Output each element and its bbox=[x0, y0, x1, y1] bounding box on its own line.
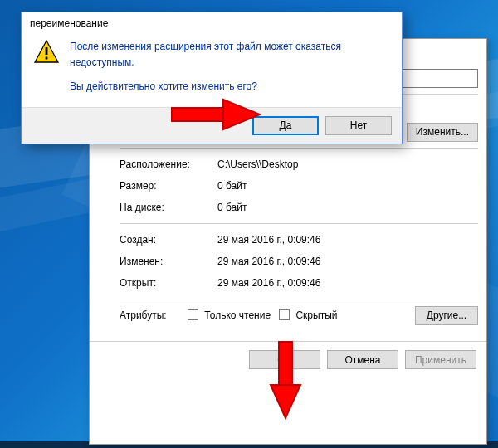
rename-confirm-dialog: переименование После изменения расширени… bbox=[21, 12, 403, 144]
size-value: 0 байт bbox=[217, 180, 478, 192]
location-label: Расположение: bbox=[120, 158, 217, 170]
hidden-checkbox[interactable]: Скрытый bbox=[279, 309, 337, 321]
divider bbox=[120, 223, 478, 224]
size-on-disk-value: 0 байт bbox=[217, 202, 478, 213]
cancel-button[interactable]: Отмена bbox=[327, 350, 398, 369]
divider bbox=[120, 148, 478, 149]
attributes-label: Атрибуты: bbox=[120, 309, 188, 321]
created-label: Создан: bbox=[120, 234, 217, 246]
dialog-message-1: После изменения расширения этот файл мож… bbox=[70, 39, 390, 71]
dialog-footer: OK Отмена Применить bbox=[90, 341, 486, 379]
opened-label: Открыт: bbox=[120, 277, 217, 289]
yes-button[interactable]: Да bbox=[252, 116, 319, 135]
size-label: Размер: bbox=[120, 180, 217, 192]
hidden-checkbox-label: Скрытый bbox=[295, 309, 337, 321]
modified-value: 29 мая 2016 г., 0:09:46 bbox=[217, 256, 478, 267]
readonly-checkbox[interactable]: Только чтение bbox=[188, 309, 271, 321]
dialog-title[interactable]: переименование bbox=[22, 12, 402, 34]
checkbox-icon bbox=[188, 309, 198, 320]
svg-rect-2 bbox=[46, 57, 48, 60]
size-on-disk-label: На диске: bbox=[120, 202, 217, 213]
checkbox-icon bbox=[279, 309, 290, 320]
other-attributes-button[interactable]: Другие... bbox=[415, 306, 478, 325]
readonly-checkbox-label: Только чтение bbox=[204, 309, 271, 321]
ok-button[interactable]: OK bbox=[249, 350, 320, 369]
location-value: C:\Users\\Desktop bbox=[217, 158, 478, 170]
created-value: 29 мая 2016 г., 0:09:46 bbox=[217, 234, 478, 246]
dialog-message-2: Вы действительно хотите изменить его? bbox=[70, 79, 390, 95]
divider bbox=[120, 299, 478, 299]
apply-button[interactable]: Применить bbox=[405, 350, 476, 369]
opened-value: 29 мая 2016 г., 0:09:46 bbox=[217, 277, 478, 289]
modified-label: Изменен: bbox=[120, 256, 217, 267]
svg-rect-1 bbox=[46, 47, 48, 55]
warning-icon bbox=[33, 39, 60, 95]
no-button[interactable]: Нет bbox=[325, 116, 392, 135]
change-app-button[interactable]: Изменить... bbox=[407, 123, 478, 142]
